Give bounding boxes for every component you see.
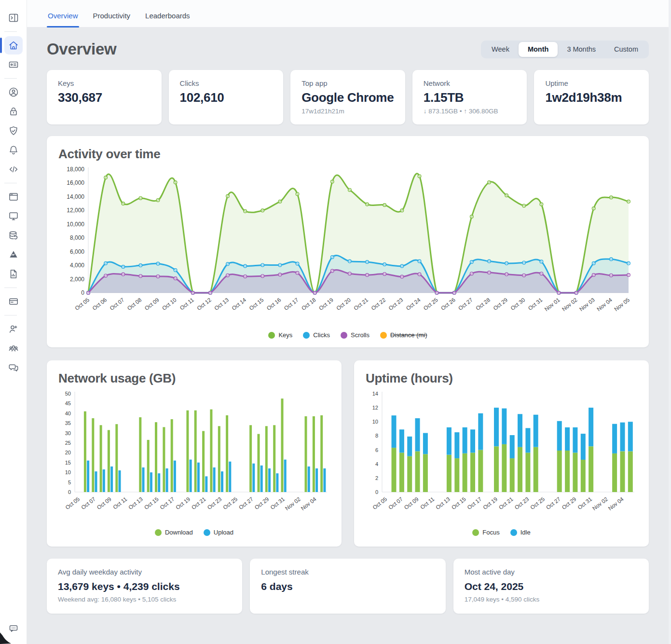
summary-card-longest-streak: Longest streak6 days xyxy=(250,559,445,614)
svg-text:2: 2 xyxy=(375,475,378,481)
svg-text:Oct 19: Oct 19 xyxy=(318,297,334,311)
svg-text:Oct 31: Oct 31 xyxy=(576,496,593,510)
top-tab-bar: OverviewProductivityLeaderboards xyxy=(27,0,671,27)
stat-value: Google Chrome xyxy=(301,90,394,105)
svg-text:0: 0 xyxy=(375,489,378,495)
svg-text:Oct 13: Oct 13 xyxy=(127,496,144,510)
summary-card-avg-daily-weekday-activity: Avg daily weekday activity13,679 keys • … xyxy=(47,559,242,614)
svg-text:Oct 14: Oct 14 xyxy=(231,297,247,312)
sidebar-item-id-card[interactable] xyxy=(4,55,23,74)
sidebar-item-report-chart[interactable] xyxy=(4,265,23,283)
svg-text:10: 10 xyxy=(65,469,71,475)
summary-value: 13,679 keys • 4,239 clicks xyxy=(58,581,231,592)
svg-text:10: 10 xyxy=(372,419,378,425)
svg-text:0: 0 xyxy=(81,289,84,296)
sidebar-item-monitor[interactable] xyxy=(4,207,23,225)
legend-label: Idle xyxy=(520,529,531,536)
svg-text:Oct 21: Oct 21 xyxy=(191,496,207,510)
svg-text:Oct 29: Oct 29 xyxy=(492,297,508,311)
svg-text:6: 6 xyxy=(375,447,378,453)
stat-value: 1w2d19h38m xyxy=(545,90,638,105)
tab-overview[interactable]: Overview xyxy=(47,12,79,27)
uptime-chart-svg: 02468101214Oct 05Oct 07Oct 09Oct 11Oct 1… xyxy=(366,390,637,527)
svg-text:Oct 11: Oct 11 xyxy=(419,496,435,510)
range-option-week[interactable]: Week xyxy=(482,42,519,57)
legend-dot xyxy=(472,529,479,536)
svg-text:20: 20 xyxy=(65,450,71,455)
sidebar-item-browser-window[interactable] xyxy=(4,188,23,206)
svg-text:5: 5 xyxy=(68,480,71,485)
sidebar-item-user-add[interactable] xyxy=(4,320,23,338)
panel-toggle-icon xyxy=(8,12,19,24)
range-option-3-months[interactable]: 3 Months xyxy=(558,42,605,57)
page-content: Overview WeekMonth3 MonthsCustom Keys330… xyxy=(27,27,671,644)
svg-text:Oct 07: Oct 07 xyxy=(387,496,404,510)
svg-text:Oct 11: Oct 11 xyxy=(179,297,195,311)
svg-text:Oct 21: Oct 21 xyxy=(353,297,369,311)
network-panel-title: Network usage (GB) xyxy=(58,371,330,386)
sidebar-item-lock[interactable] xyxy=(4,102,23,121)
activity-chart-svg: 02,0004,0006,0008,00010,00012,00014,0001… xyxy=(58,165,637,329)
lock-icon xyxy=(8,106,19,117)
svg-text:Oct 22: Oct 22 xyxy=(370,297,386,311)
legend-item-upload[interactable]: Upload xyxy=(204,529,233,536)
summary-subtext: Weekend avg: 16,080 keys • 5,105 clicks xyxy=(58,596,231,603)
svg-text:Oct 24: Oct 24 xyxy=(405,297,422,312)
svg-text:35: 35 xyxy=(65,420,71,426)
svg-text:Oct 28: Oct 28 xyxy=(475,297,491,311)
stat-subtext: ↓ 873.15GB • ↑ 306.80GB xyxy=(424,108,516,115)
sidebar-item-code[interactable] xyxy=(4,160,23,178)
sidebar-item-mountain[interactable] xyxy=(4,246,23,264)
sidebar-item-panel-toggle[interactable] xyxy=(4,9,23,27)
tab-leaderboards[interactable]: Leaderboards xyxy=(144,12,191,27)
legend-item-download[interactable]: Download xyxy=(155,529,193,536)
svg-text:Oct 19: Oct 19 xyxy=(175,496,191,510)
legend-dot xyxy=(155,529,162,536)
svg-text:Oct 17: Oct 17 xyxy=(283,297,300,311)
sidebar-item-chat[interactable] xyxy=(4,358,23,377)
range-option-month[interactable]: Month xyxy=(519,42,558,57)
sidebar-item-user-circle[interactable] xyxy=(4,83,23,101)
sidebar-item-bell[interactable] xyxy=(4,141,23,159)
summary-label: Avg daily weekday activity xyxy=(58,568,231,576)
stat-value: 102,610 xyxy=(180,90,273,105)
legend-dot xyxy=(510,529,517,536)
svg-text:14: 14 xyxy=(372,391,378,397)
svg-text:Nov 01: Nov 01 xyxy=(544,297,561,312)
sidebar-item-database-sync[interactable] xyxy=(4,226,23,245)
scrollbar-track[interactable] xyxy=(669,0,671,644)
tab-nav: OverviewProductivityLeaderboards xyxy=(47,12,204,27)
stat-card-network: Network1.15TB↓ 873.15GB • ↑ 306.80GB xyxy=(412,70,527,124)
svg-text:8: 8 xyxy=(375,433,378,438)
sidebar-item-users[interactable] xyxy=(4,339,23,357)
legend-dot xyxy=(380,332,387,339)
svg-text:Oct 30: Oct 30 xyxy=(509,297,526,311)
legend-dot xyxy=(303,332,310,339)
legend-item-idle[interactable]: Idle xyxy=(510,529,531,536)
legend-item-distance-mi[interactable]: Distance (mi) xyxy=(380,331,427,339)
range-option-custom[interactable]: Custom xyxy=(605,42,647,57)
svg-text:Oct 29: Oct 29 xyxy=(561,496,577,510)
sidebar-item-home[interactable] xyxy=(4,36,23,55)
legend-item-scrolls[interactable]: Scrolls xyxy=(341,331,370,339)
svg-text:Nov 02: Nov 02 xyxy=(284,496,301,511)
summary-value: 6 days xyxy=(261,581,434,592)
svg-text:Nov 04: Nov 04 xyxy=(607,496,625,511)
svg-text:Nov 02: Nov 02 xyxy=(561,297,578,312)
svg-text:Nov 02: Nov 02 xyxy=(591,496,609,511)
sidebar-item-shield-check[interactable] xyxy=(4,122,23,140)
legend-item-keys[interactable]: Keys xyxy=(268,331,292,339)
svg-text:45: 45 xyxy=(65,400,71,406)
sidebar-divider xyxy=(4,315,17,315)
activity-legend: KeysClicksScrollsDistance (mi) xyxy=(58,329,637,343)
user-circle-icon xyxy=(8,86,19,98)
svg-text:50: 50 xyxy=(65,391,71,397)
svg-text:Oct 23: Oct 23 xyxy=(387,297,404,311)
tab-productivity[interactable]: Productivity xyxy=(92,12,132,27)
legend-item-clicks[interactable]: Clicks xyxy=(303,331,330,339)
sidebar-item-credit-card[interactable] xyxy=(4,292,23,311)
monitor-icon xyxy=(8,210,19,222)
user-add-icon xyxy=(8,323,19,335)
legend-item-focus[interactable]: Focus xyxy=(472,529,499,536)
sidebar-divider xyxy=(4,31,17,32)
